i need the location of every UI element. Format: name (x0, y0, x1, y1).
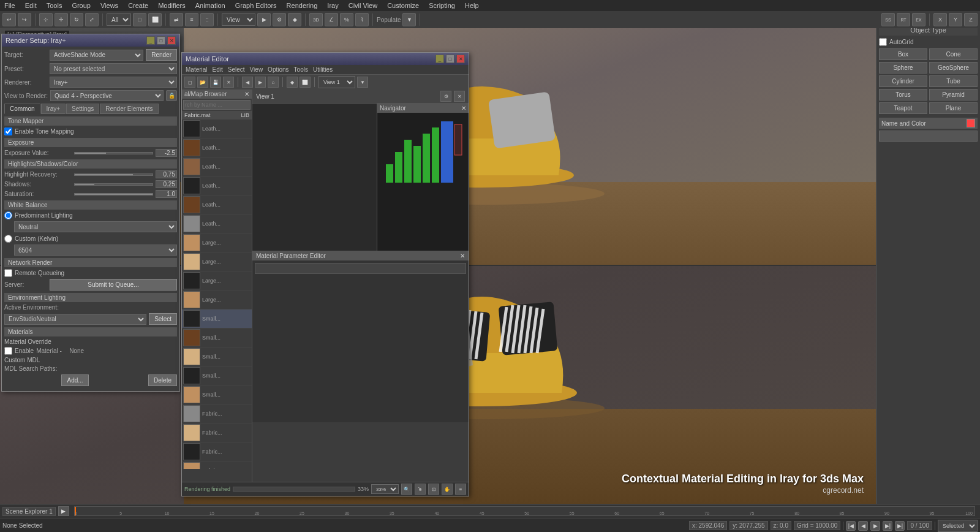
lock-view-btn[interactable]: 🔒 (166, 90, 177, 101)
tone-mapper-header[interactable]: Tone Mapper (4, 116, 177, 126)
submit-queue-btn[interactable]: Submit to Queue... (50, 279, 177, 291)
window-crossing-btn[interactable]: ⬜ (148, 13, 162, 26)
teapot-btn[interactable]: Teapot (879, 102, 927, 114)
render-setup-btn[interactable]: ⚙ (273, 13, 286, 26)
mdl-add-btn[interactable]: Add... (61, 374, 88, 386)
list-item[interactable]: Fabric... (182, 424, 252, 443)
timeline-bar[interactable]: 0 5 10 15 20 25 30 35 40 45 50 55 60 65 … (74, 506, 975, 516)
mat-home-btn[interactable]: ⌂ (268, 77, 279, 88)
menu-views[interactable]: Views (99, 2, 120, 9)
color-swatch[interactable] (967, 119, 975, 127)
list-item[interactable]: Leath... (182, 120, 252, 139)
mat-menu-material[interactable]: Material (186, 66, 208, 73)
env-select-btn[interactable]: Select (149, 313, 177, 325)
plane-btn[interactable]: Plane (929, 102, 978, 114)
shadows-value[interactable]: 0.25 (156, 180, 177, 188)
selection-filter[interactable]: All (107, 13, 131, 26)
redo-btn[interactable]: ↪ (18, 13, 31, 26)
scale-btn[interactable]: ⤢ (85, 13, 99, 26)
list-item[interactable]: Fabric... (182, 443, 252, 462)
tube-btn[interactable]: Tube (929, 75, 978, 87)
torus-btn[interactable]: Torus (879, 89, 927, 101)
3d-snap-btn[interactable]: 3D (309, 13, 323, 26)
menu-iray[interactable]: Iray (325, 2, 340, 9)
list-item[interactable]: Leath... (182, 139, 252, 158)
list-item[interactable]: Small... (182, 329, 252, 348)
tab-settings[interactable]: Settings (66, 104, 99, 114)
renderer-select[interactable]: Iray+ (50, 77, 177, 88)
mdl-delete-btn[interactable]: Delete (148, 374, 177, 386)
mat-menu-view[interactable]: View (250, 66, 263, 73)
mat-menu-options[interactable]: Options (268, 66, 288, 73)
mat-forward-btn[interactable]: ▶ (255, 77, 266, 88)
rotate-btn[interactable]: ↻ (70, 13, 83, 26)
highlight-recovery-value[interactable]: 0.75 (156, 170, 177, 178)
mat-show-bg-btn[interactable]: ⬜ (300, 77, 311, 88)
render-btn[interactable]: ▶ (257, 13, 271, 26)
material-editor-btn[interactable]: ◆ (288, 13, 301, 26)
navigator-close[interactable]: ✕ (461, 105, 466, 112)
white-balance-header[interactable]: White Balance (4, 200, 177, 210)
spinner-snap-btn[interactable]: ⌇ (355, 13, 369, 26)
list-item[interactable]: Fabric... (182, 405, 252, 424)
render-to-tex-btn[interactable]: RT (897, 13, 910, 26)
cylinder-btn[interactable]: Cylinder (879, 75, 927, 87)
mat-menu-utilities[interactable]: Utilities (313, 66, 333, 73)
populate-dropdown[interactable]: ▼ (402, 13, 416, 26)
menu-edit[interactable]: Edit (23, 2, 39, 9)
mat-enable-checkbox[interactable] (4, 347, 12, 355)
mat-search-input[interactable] (183, 100, 251, 110)
mat-zoom-in-btn[interactable]: 🔍 (401, 484, 412, 495)
mat-back-btn[interactable]: ◀ (242, 77, 253, 88)
render-setup-minimize[interactable]: _ (146, 36, 155, 45)
menu-file[interactable]: File (2, 2, 17, 9)
tab-common[interactable]: Common (4, 104, 40, 114)
view-select[interactable]: View (222, 13, 255, 26)
scene-states-btn[interactable]: SS (881, 13, 895, 26)
menu-tools[interactable]: Tools (45, 2, 64, 9)
saturation-slider[interactable] (74, 193, 153, 196)
predominant-radio[interactable] (4, 211, 12, 219)
mat-editor-minimize[interactable]: _ (435, 55, 444, 63)
tab-render-elements[interactable]: Render Elements (100, 104, 158, 114)
list-item[interactable]: Leath... (182, 196, 252, 215)
saturation-value[interactable]: 1.0 (156, 190, 177, 198)
mat-view1-canvas[interactable] (252, 104, 377, 251)
exposure-header[interactable]: Exposure (4, 138, 177, 147)
env-lighting-header[interactable]: Environment Lighting (4, 293, 177, 302)
menu-help[interactable]: Help (463, 2, 481, 9)
list-item[interactable]: Fabric... (182, 462, 252, 469)
list-item[interactable]: Small... (182, 386, 252, 405)
exposure-btn[interactable]: EX (912, 13, 925, 26)
list-item[interactable]: Small... (182, 310, 252, 329)
prev-frame-btn[interactable]: ◀ (858, 521, 868, 531)
list-item[interactable]: Leath... (182, 158, 252, 177)
material-editor-titlebar[interactable]: Material Editor _ □ ✕ (182, 53, 469, 65)
preset-select[interactable]: No preset selected (50, 63, 177, 74)
cone-btn[interactable]: Cone (929, 48, 978, 60)
mat-options-btn[interactable]: ≡ (455, 484, 466, 495)
mat-view-select[interactable]: View 1 (318, 76, 355, 88)
sphere-btn[interactable]: Sphere (879, 62, 927, 74)
percent-snap-btn[interactable]: % (340, 13, 353, 26)
menu-graph-editors[interactable]: Graph Editors (233, 2, 279, 9)
pyramid-btn[interactable]: Pyramid (929, 89, 978, 101)
list-item[interactable]: Small... (182, 348, 252, 367)
mat-new-btn[interactable]: ◻ (184, 77, 195, 88)
mat-browser-close-btn[interactable]: ✕ (244, 91, 249, 97)
mat-delete-btn[interactable]: ✕ (223, 77, 234, 88)
mat-menu-edit[interactable]: Edit (213, 66, 223, 73)
mirror-btn[interactable]: ⇌ (170, 13, 183, 26)
remote-queueing-checkbox[interactable] (4, 269, 12, 277)
list-item[interactable]: Large... (182, 234, 252, 253)
scene-explorer-tab[interactable]: Scene Explorer 1 (2, 507, 56, 516)
list-item[interactable]: Leath... (182, 177, 252, 196)
geosphere-btn[interactable]: GeoSphere (929, 62, 978, 74)
target-select[interactable]: ActiveShade Mode (50, 50, 143, 61)
scene-explorer-btn[interactable]: ▶ (58, 506, 69, 516)
mat-zoom-out-btn[interactable]: 🖱 (415, 484, 426, 495)
neutral-select[interactable]: Neutral (14, 221, 177, 232)
mat-fit-btn[interactable]: ⊡ (428, 484, 439, 495)
menu-create[interactable]: Create (126, 2, 150, 9)
mat-open-btn[interactable]: 📂 (197, 77, 208, 88)
